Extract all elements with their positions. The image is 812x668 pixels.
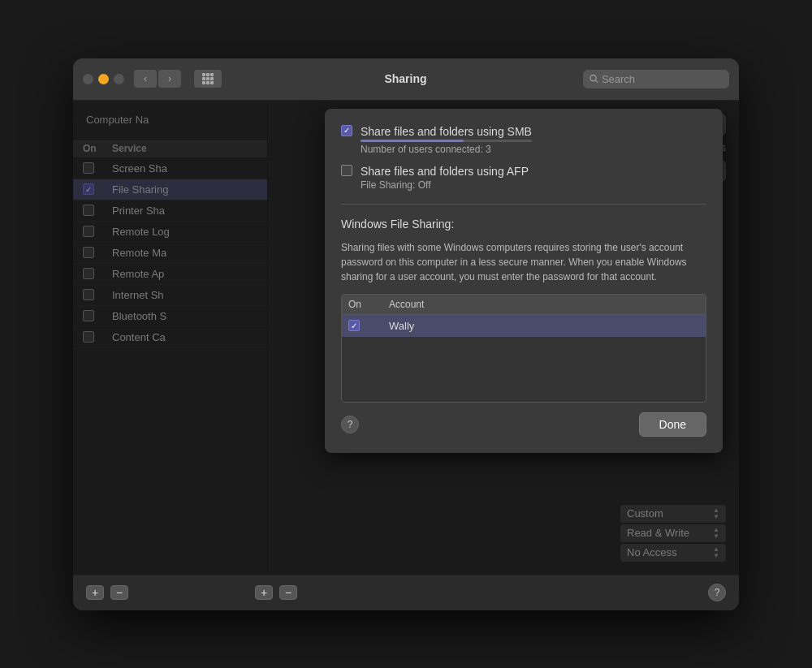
svg-rect-4 bbox=[206, 77, 209, 80]
done-button[interactable]: Done bbox=[639, 412, 706, 437]
svg-rect-1 bbox=[206, 73, 209, 76]
accounts-empty-area bbox=[342, 337, 706, 402]
windows-title: Windows File Sharing: bbox=[341, 218, 706, 231]
svg-rect-5 bbox=[210, 77, 214, 80]
svg-line-10 bbox=[596, 80, 598, 82]
svg-rect-6 bbox=[202, 81, 205, 84]
search-bar[interactable] bbox=[583, 70, 729, 88]
svg-rect-7 bbox=[206, 81, 209, 84]
system-preferences-window: ‹ › Sharing bbox=[73, 58, 739, 610]
svg-point-9 bbox=[590, 75, 596, 80]
forward-button[interactable]: › bbox=[158, 70, 181, 88]
search-input[interactable] bbox=[602, 73, 723, 85]
header-account: Account bbox=[389, 299, 424, 310]
smb-sublabel: Number of users connected: 3 bbox=[361, 144, 532, 155]
traffic-lights bbox=[83, 74, 124, 84]
afp-label: Share files and folders using AFP bbox=[361, 165, 529, 178]
maximize-button[interactable] bbox=[114, 74, 124, 84]
remove-button-2[interactable]: − bbox=[279, 585, 297, 600]
smb-label: Share files and folders using SMB bbox=[361, 125, 532, 138]
header-on: On bbox=[348, 299, 389, 310]
minimize-button[interactable] bbox=[98, 74, 109, 84]
help-button[interactable]: ? bbox=[708, 584, 726, 601]
accounts-table: On Account Wally bbox=[341, 294, 706, 403]
smb-option: Share files and folders using SMB Number… bbox=[341, 125, 706, 155]
modal-footer: ? Done bbox=[341, 412, 706, 437]
bottom-bar: + − + − ? bbox=[73, 575, 739, 610]
titlebar: ‹ › Sharing bbox=[73, 58, 739, 101]
windows-desc: Sharing files with some Windows computer… bbox=[341, 240, 706, 284]
modal-overlay: Share files and folders using SMB Number… bbox=[73, 101, 739, 575]
search-icon bbox=[590, 74, 598, 84]
back-button[interactable]: ‹ bbox=[134, 70, 157, 88]
account-checkbox-wally[interactable] bbox=[348, 320, 360, 331]
svg-rect-0 bbox=[202, 73, 205, 76]
grid-button[interactable] bbox=[194, 70, 222, 88]
svg-rect-8 bbox=[210, 81, 214, 84]
nav-buttons: ‹ › bbox=[134, 70, 181, 88]
close-button[interactable] bbox=[83, 74, 93, 84]
window-title: Sharing bbox=[235, 72, 577, 85]
smb-progress bbox=[361, 140, 532, 142]
modal-dialog: Share files and folders using SMB Number… bbox=[325, 109, 723, 453]
svg-rect-3 bbox=[202, 77, 205, 80]
add-button-2[interactable]: + bbox=[255, 585, 273, 600]
afp-checkbox[interactable] bbox=[341, 165, 352, 176]
accounts-header: On Account bbox=[342, 295, 706, 315]
smb-progress-fill bbox=[361, 140, 464, 142]
account-row-wally[interactable]: Wally bbox=[342, 315, 706, 337]
remove-button-1[interactable]: − bbox=[110, 585, 128, 600]
afp-option: Share files and folders using AFP File S… bbox=[341, 165, 706, 191]
afp-sublabel: File Sharing: Off bbox=[361, 179, 529, 191]
modal-divider bbox=[341, 204, 706, 205]
add-button-1[interactable]: + bbox=[86, 585, 104, 600]
svg-rect-2 bbox=[210, 73, 214, 76]
modal-help-button[interactable]: ? bbox=[341, 416, 359, 433]
main-content: Computer Na On Service Screen Sha File S… bbox=[73, 101, 739, 575]
account-name-wally: Wally bbox=[389, 320, 414, 332]
smb-checkbox[interactable] bbox=[341, 125, 352, 136]
